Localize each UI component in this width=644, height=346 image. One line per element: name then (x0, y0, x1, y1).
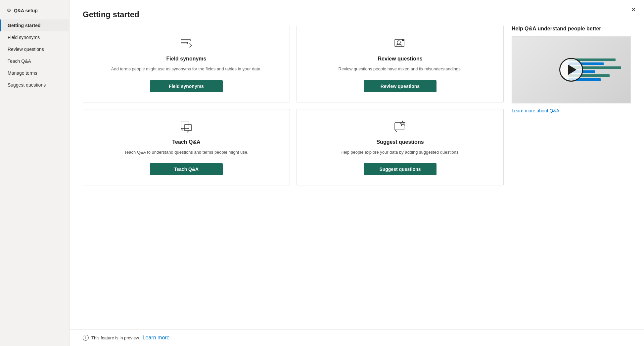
sidebar: ⚙ Q&A setup Getting started Field synony… (0, 0, 69, 346)
footer: i This feature is in preview. Learn more (69, 329, 644, 346)
cards-row-1: Field synonyms Add terms people might us… (83, 26, 504, 102)
close-button[interactable]: ✕ (631, 6, 636, 13)
right-panel-title: Help Q&A understand people better (512, 26, 631, 32)
suggest-questions-button[interactable]: Suggest questions (364, 163, 437, 175)
card-field-synonyms-desc: Add terms people might use as synonyms f… (111, 66, 262, 72)
teach-qa-icon (180, 120, 193, 135)
card-teach-qa-title: Teach Q&A (172, 139, 200, 145)
review-questions-icon (393, 37, 407, 52)
sidebar-item-getting-started[interactable]: Getting started (0, 19, 69, 31)
card-suggest-questions-desc: Help people explore your data by adding … (341, 149, 460, 156)
footer-text: This feature is in preview. (91, 335, 140, 340)
field-synonyms-icon (180, 37, 193, 52)
svg-rect-5 (181, 122, 189, 129)
gear-icon: ⚙ (7, 7, 11, 14)
play-triangle-icon (568, 64, 576, 75)
sidebar-nav: Getting started Field synonyms Review qu… (0, 19, 69, 91)
cards-row-2: Teach Q&A Teach Q&A to understand questi… (83, 109, 504, 186)
teach-qa-button[interactable]: Teach Q&A (150, 163, 223, 175)
review-questions-button[interactable]: Review questions (364, 80, 437, 92)
svg-rect-6 (184, 125, 192, 131)
sidebar-item-suggest-questions[interactable]: Suggest questions (0, 79, 69, 91)
card-review-questions-desc: Review questions people have asked and f… (339, 66, 462, 72)
sidebar-header: ⚙ Q&A setup (0, 0, 69, 19)
main-header: Getting started (69, 0, 644, 26)
card-suggest-questions-title: Suggest questions (376, 139, 424, 145)
field-synonyms-button[interactable]: Field synonyms (150, 80, 223, 92)
info-icon: i (83, 335, 89, 341)
cards-area: Field synonyms Add terms people might us… (83, 26, 504, 316)
card-teach-qa-desc: Teach Q&A to understand questions and te… (124, 149, 248, 156)
sidebar-item-teach-qa[interactable]: Teach Q&A (0, 55, 69, 67)
sidebar-item-field-synonyms[interactable]: Field synonyms (0, 31, 69, 43)
footer-learn-more-link[interactable]: Learn more (143, 335, 170, 341)
main-content: Getting started Field synonyms Add terms… (69, 0, 644, 346)
svg-rect-7 (395, 123, 404, 130)
card-teach-qa: Teach Q&A Teach Q&A to understand questi… (83, 109, 290, 186)
sidebar-item-manage-terms[interactable]: Manage terms (0, 67, 69, 79)
right-panel: Help Q&A understand people better Learn … (512, 26, 631, 316)
card-suggest-questions: Suggest questions Help people explore yo… (297, 109, 504, 186)
suggest-questions-icon (393, 120, 407, 135)
sidebar-item-review-questions[interactable]: Review questions (0, 43, 69, 55)
svg-point-3 (397, 41, 400, 44)
card-field-synonyms: Field synonyms Add terms people might us… (83, 26, 290, 102)
main-body: Field synonyms Add terms people might us… (69, 26, 644, 329)
page-title: Getting started (83, 10, 631, 19)
svg-rect-0 (181, 39, 190, 41)
svg-rect-1 (181, 42, 188, 44)
card-review-questions: Review questions Review questions people… (297, 26, 504, 102)
card-review-questions-title: Review questions (378, 56, 422, 62)
play-button[interactable] (559, 58, 583, 82)
sidebar-title: Q&A setup (14, 8, 38, 13)
card-field-synonyms-title: Field synonyms (166, 56, 207, 62)
video-thumbnail[interactable] (512, 36, 631, 103)
learn-more-link[interactable]: Learn more about Q&A (512, 108, 631, 113)
